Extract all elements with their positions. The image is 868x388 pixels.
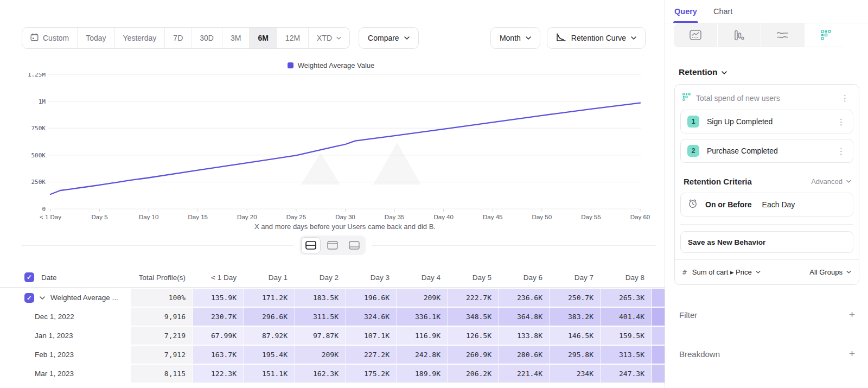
retention-value-cell[interactable]: 230.7K: [193, 308, 244, 326]
retention-value-cell[interactable]: 295.8K: [550, 346, 601, 364]
flows-icon[interactable]: [761, 23, 805, 47]
save-as-new-behavior-button[interactable]: Save as New Behavior: [680, 231, 853, 253]
retention-criteria-label: Retention Criteria: [684, 177, 811, 186]
funnels-icon[interactable]: [717, 23, 761, 47]
tab-query[interactable]: Query: [674, 0, 697, 23]
layout-bottom-icon[interactable]: [344, 237, 364, 253]
x-tick-label: Day 5: [92, 214, 108, 220]
retention-value-cell[interactable]: 87.92K: [244, 327, 295, 345]
retention-value-cell[interactable]: 159.5K: [601, 327, 652, 345]
retention-value-cell[interactable]: 296.6K: [244, 308, 295, 326]
chevron-down-icon: [846, 180, 851, 183]
kebab-icon[interactable]: ⋮: [839, 93, 851, 103]
retention-value-cell[interactable]: 209K: [397, 289, 448, 307]
retention-value-cell[interactable]: 401.4K: [601, 308, 652, 326]
row-label-cell: Dec 1, 2022: [0, 308, 130, 326]
retention-value-cell[interactable]: 236.6K: [499, 289, 550, 307]
retention-value-cell[interactable]: 163.7K: [193, 346, 244, 364]
row-expander-chevron-icon[interactable]: [40, 296, 45, 300]
retention-value-cell[interactable]: 265.3K: [601, 289, 652, 307]
retention-value-cell[interactable]: 313.5K: [601, 346, 652, 364]
range-30d[interactable]: 30D: [192, 28, 222, 48]
retention-value-cell[interactable]: 126.5K: [448, 327, 499, 345]
granularity-button[interactable]: Month: [490, 27, 540, 49]
retention-value-cell[interactable]: 234K: [550, 365, 601, 383]
retention-value-cell[interactable]: 183.5K: [295, 289, 346, 307]
chart-legend[interactable]: Weighted Average Value: [22, 61, 640, 69]
range-yesterday[interactable]: Yesterday: [115, 28, 165, 48]
retention-value-cell[interactable]: 250.7K: [550, 289, 601, 307]
retention-value-cell[interactable]: 280.6K: [499, 346, 550, 364]
select-all-checkbox[interactable]: ✓: [24, 272, 34, 282]
header-col: Day 3: [346, 273, 397, 282]
measure-property-dropdown[interactable]: Sum of cart ▸ Price: [692, 268, 761, 276]
retention-value-cell[interactable]: 242.8K: [397, 346, 448, 364]
row-label: Dec 1, 2022: [35, 313, 74, 321]
row-checkbox[interactable]: ✓: [24, 293, 34, 303]
retention-value-cell[interactable]: 195.4K: [244, 346, 295, 364]
retention-value-cell[interactable]: 189.9K: [397, 365, 448, 383]
behavior-step-row[interactable]: 1Sign Up Completed⋮: [680, 110, 853, 133]
retention-value-cell[interactable]: 383.2K: [550, 308, 601, 326]
retention-value-cell[interactable]: 247.3K: [601, 365, 652, 383]
retention-value-cell[interactable]: 122.3K: [193, 365, 244, 383]
add-breakdown-button[interactable]: +: [849, 348, 855, 360]
x-tick-label: Day 45: [483, 214, 502, 220]
retention-value-cell[interactable]: 162.3K: [295, 365, 346, 383]
range-today[interactable]: Today: [78, 28, 114, 48]
step-event-label: Purchase Completed: [707, 147, 827, 155]
retention-value-cell[interactable]: 311.5K: [295, 308, 346, 326]
retention-value-cell[interactable]: 260.9K: [448, 346, 499, 364]
retention-section-header[interactable]: Retention: [679, 67, 868, 77]
retention-value-cell[interactable]: 97.87K: [295, 327, 346, 345]
chart-type-button[interactable]: Retention Curve: [547, 27, 646, 49]
add-filter-button[interactable]: +: [849, 309, 855, 321]
retention-value-cell[interactable]: 151.1K: [244, 365, 295, 383]
total-profiles-cell: 9,916: [130, 308, 193, 326]
header-col: < 1 Day: [193, 273, 244, 282]
retention-value-cell[interactable]: 222.7K: [448, 289, 499, 307]
retention-value-cell[interactable]: 209K: [295, 346, 346, 364]
retention-value-cell[interactable]: 171.2K: [244, 289, 295, 307]
range-custom[interactable]: Custom: [22, 28, 78, 48]
retention-value-cell[interactable]: 196.6K: [346, 289, 397, 307]
layout-split-icon[interactable]: [301, 237, 321, 253]
retention-value-cell[interactable]: 206.2K: [448, 365, 499, 383]
retention-icon[interactable]: [805, 23, 848, 47]
layout-top-icon[interactable]: [323, 237, 342, 253]
kebab-icon[interactable]: ⋮: [835, 146, 847, 156]
retention-value-cell[interactable]: 348.5K: [448, 308, 499, 326]
retention-value-cell[interactable]: 133.8K: [499, 327, 550, 345]
retention-value-cell[interactable]: 107.1K: [346, 327, 397, 345]
retention-value-cell[interactable]: 135.9K: [193, 289, 244, 307]
retention-value-cell[interactable]: 146.5K: [550, 327, 601, 345]
kebab-icon[interactable]: ⋮: [835, 117, 847, 127]
row-label-cell: Feb 1, 2023: [0, 346, 130, 364]
range-6m[interactable]: 6M: [250, 28, 277, 48]
y-tick-label: 1.25M: [28, 73, 46, 78]
retention-value-cell[interactable]: 116.9K: [397, 327, 448, 345]
tab-chart[interactable]: Chart: [713, 0, 732, 23]
retention-value-cell[interactable]: 336.1K: [397, 308, 448, 326]
retention-line-chart[interactable]: 0250K500K750K1M1.25M< 1 DayDay 5Day 10Da…: [22, 73, 665, 222]
retention-value-cell[interactable]: 324.6K: [346, 308, 397, 326]
range-xtd[interactable]: XTD: [309, 28, 349, 48]
retention-value-cell[interactable]: 221.4K: [499, 365, 550, 383]
range-12m[interactable]: 12M: [277, 28, 309, 48]
weighted-average-line[interactable]: [50, 103, 640, 194]
retention-criteria-row: Retention Criteria Advanced: [684, 177, 851, 186]
insights-icon[interactable]: [674, 23, 717, 47]
retention-value-cell[interactable]: 175.2K: [346, 365, 397, 383]
behavior-step-row[interactable]: 2Purchase Completed⋮: [680, 139, 853, 163]
compare-button[interactable]: Compare: [359, 27, 419, 49]
retention-value-cell[interactable]: 364.8K: [499, 308, 550, 326]
range-7d[interactable]: 7D: [165, 28, 192, 48]
retention-value-cell[interactable]: 67.99K: [193, 327, 244, 345]
range-3m[interactable]: 3M: [222, 28, 250, 48]
behavior-card-header: Total spend of new users ⋮: [675, 85, 859, 110]
all-groups-dropdown[interactable]: All Groups: [809, 268, 851, 276]
retention-timing-row[interactable]: On or Before Each Day: [680, 193, 853, 217]
retention-value-cell[interactable]: 227.2K: [346, 346, 397, 364]
criteria-mode-dropdown[interactable]: Advanced: [811, 177, 851, 186]
total-profiles-cell: 100%: [130, 289, 193, 307]
